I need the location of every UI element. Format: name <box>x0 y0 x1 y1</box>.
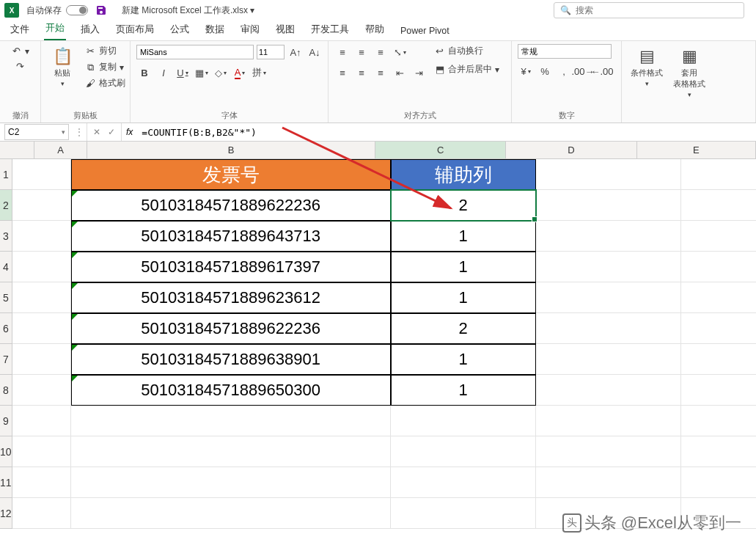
cell-D3[interactable] <box>536 221 681 252</box>
row-header-7[interactable]: 7 <box>0 344 12 375</box>
cell-B6[interactable]: 50103184571889622236 <box>71 313 391 344</box>
wrap-text-button[interactable]: ↩自动换行 <box>431 44 502 58</box>
cell-C8[interactable]: 1 <box>391 375 536 406</box>
row-header-1[interactable]: 1 <box>0 159 12 190</box>
cell-E9[interactable] <box>681 406 756 436</box>
cut-button[interactable]: ✂剪切 <box>82 44 128 58</box>
align-middle-button[interactable]: ≡ <box>353 44 370 60</box>
align-bottom-button[interactable]: ≡ <box>373 44 389 60</box>
border-button[interactable]: ▦ <box>194 65 210 81</box>
row-header-3[interactable]: 3 <box>0 221 12 252</box>
menu-tab-文件[interactable]: 文件 <box>9 21 31 40</box>
cell-D2[interactable] <box>536 190 681 221</box>
inc-decimal-button[interactable]: .00→ <box>575 63 591 79</box>
cell-C7[interactable]: 1 <box>391 344 536 375</box>
cell-B2[interactable]: 50103184571889622236 <box>71 190 391 221</box>
cell-D9[interactable] <box>536 406 681 436</box>
cell-E2[interactable] <box>681 190 756 221</box>
cell-C6[interactable]: 2 <box>391 313 536 344</box>
align-center-button[interactable]: ≡ <box>353 65 370 81</box>
copy-button[interactable]: ⧉复制▾ <box>82 60 128 74</box>
row-header-9[interactable]: 9 <box>0 406 12 436</box>
italic-button[interactable]: I <box>155 65 172 81</box>
cell-B3[interactable]: 50103184571889643713 <box>71 221 391 252</box>
row-header-2[interactable]: 2 <box>0 190 12 221</box>
chevron-down-icon[interactable]: ▾ <box>62 128 65 136</box>
cell-E1[interactable] <box>681 159 756 190</box>
col-header-C[interactable]: C <box>375 142 506 159</box>
cell-A1[interactable] <box>12 159 71 190</box>
cell-B8[interactable]: 50103184571889650300 <box>71 375 391 406</box>
cell-B4[interactable]: 50103184571889617397 <box>71 252 391 282</box>
name-box[interactable]: C2 ▾ <box>4 124 69 140</box>
conditional-format-button[interactable]: ▤ 条件格式▾ <box>628 44 666 90</box>
cell-A8[interactable] <box>12 375 71 406</box>
menu-tab-数据[interactable]: 数据 <box>204 21 226 40</box>
formula-input[interactable] <box>137 124 756 140</box>
cell-E7[interactable] <box>681 344 756 375</box>
underline-button[interactable]: U <box>175 65 191 81</box>
cell-D8[interactable] <box>536 375 681 406</box>
merge-center-button[interactable]: ⬒合并后居中▾ <box>431 62 502 76</box>
autosave-toggle[interactable]: 自动保存 <box>26 4 88 17</box>
cell-B7[interactable]: 50103184571889638901 <box>71 344 391 375</box>
cell-D10[interactable] <box>536 436 681 467</box>
cell-B1[interactable]: 发票号 <box>71 159 391 190</box>
cell-A5[interactable] <box>12 282 71 313</box>
select-all-corner[interactable] <box>0 142 34 159</box>
col-header-E[interactable]: E <box>637 142 756 159</box>
menu-tab-公式[interactable]: 公式 <box>169 21 191 40</box>
menu-tab-审阅[interactable]: 审阅 <box>239 21 261 40</box>
confirm-formula-button[interactable]: ✓ <box>105 127 118 137</box>
cell-C10[interactable] <box>391 436 536 467</box>
cell-E10[interactable] <box>681 436 756 467</box>
increase-font-button[interactable]: A↑ <box>287 44 304 60</box>
cell-E6[interactable] <box>681 313 756 344</box>
col-header-D[interactable]: D <box>506 142 636 159</box>
menu-tab-页面布局[interactable]: 页面布局 <box>114 21 155 40</box>
cell-D5[interactable] <box>536 282 681 313</box>
cell-A12[interactable] <box>12 498 71 529</box>
row-header-5[interactable]: 5 <box>0 282 12 313</box>
cell-E5[interactable] <box>681 282 756 313</box>
cell-C1[interactable]: 辅助列 <box>391 159 536 190</box>
cell-E8[interactable] <box>681 375 756 406</box>
fill-color-button[interactable]: ◇ <box>213 65 229 81</box>
cell-C11[interactable] <box>391 467 536 498</box>
col-header-A[interactable]: A <box>34 142 87 159</box>
cell-A6[interactable] <box>12 313 71 344</box>
row-header-8[interactable]: 8 <box>0 375 12 406</box>
align-left-button[interactable]: ≡ <box>334 65 351 81</box>
font-color-button[interactable]: A <box>232 65 248 81</box>
cell-B5[interactable]: 50103184571889623612 <box>71 282 391 313</box>
cell-C2[interactable]: 2 <box>391 190 536 221</box>
fx-button[interactable]: fx <box>122 127 137 137</box>
cell-C4[interactable]: 1 <box>391 252 536 282</box>
row-header-4[interactable]: 4 <box>0 252 12 282</box>
menu-tab-插入[interactable]: 插入 <box>79 21 101 40</box>
decrease-font-button[interactable]: A↓ <box>307 44 323 60</box>
currency-button[interactable]: ¥ <box>518 63 534 79</box>
cell-A3[interactable] <box>12 221 71 252</box>
dec-decimal-button[interactable]: ←.00 <box>594 63 610 79</box>
cell-D7[interactable] <box>536 344 681 375</box>
cell-D11[interactable] <box>536 467 681 498</box>
cell-D6[interactable] <box>536 313 681 344</box>
cell-C12[interactable] <box>391 498 536 529</box>
cell-C3[interactable]: 1 <box>391 221 536 252</box>
paste-button[interactable]: 📋 粘贴 ▾ <box>47 44 78 90</box>
cell-A9[interactable] <box>12 406 71 436</box>
bold-button[interactable]: B <box>136 65 153 81</box>
cell-B11[interactable] <box>71 467 391 498</box>
menu-tab-视图[interactable]: 视图 <box>274 21 296 40</box>
number-format-select[interactable] <box>518 44 612 59</box>
cell-E3[interactable] <box>681 221 756 252</box>
comma-button[interactable]: , <box>556 63 572 79</box>
search-box[interactable]: 🔍 搜索 <box>554 2 744 18</box>
cell-D4[interactable] <box>536 252 681 282</box>
cell-A2[interactable] <box>12 190 71 221</box>
cell-A4[interactable] <box>12 252 71 282</box>
cell-A11[interactable] <box>12 467 71 498</box>
document-title[interactable]: 新建 Microsoft Excel 工作表.xlsx ▾ <box>122 4 254 17</box>
menu-tab-开始[interactable]: 开始 <box>44 19 66 40</box>
